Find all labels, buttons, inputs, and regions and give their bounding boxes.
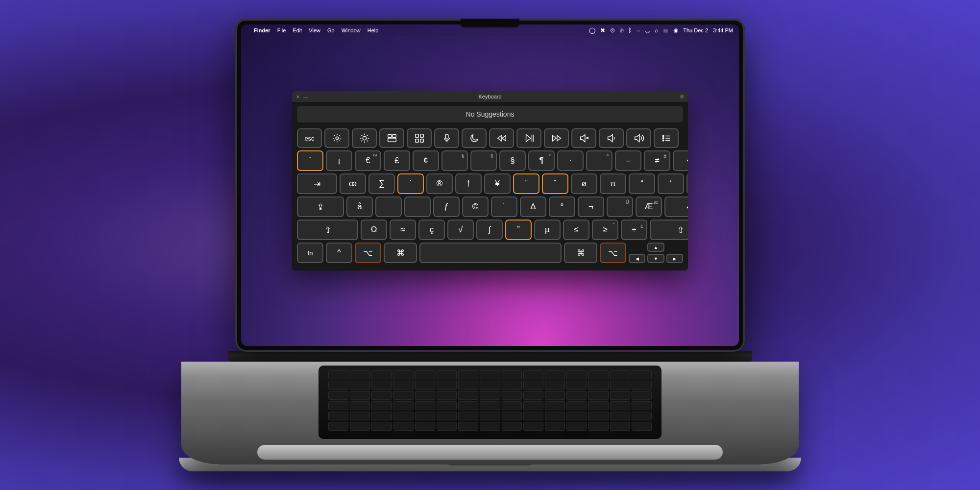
key-7[interactable]: §: [499, 150, 526, 171]
key-space[interactable]: [419, 243, 562, 263]
status-wifi-icon[interactable]: ◡: [645, 27, 650, 34]
key-l[interactable]: ¬: [578, 196, 604, 217]
key-d[interactable]: [404, 196, 431, 217]
key-q[interactable]: œ: [340, 173, 366, 194]
key-v[interactable]: √: [447, 220, 474, 240]
close-icon[interactable]: ✕: [296, 94, 300, 99]
status-siri-icon[interactable]: ◉: [673, 27, 678, 34]
key-u[interactable]: ¨: [513, 173, 539, 194]
key-dictation[interactable]: [434, 128, 459, 148]
key-volume-down[interactable]: [599, 128, 624, 148]
key-minus[interactable]: –: [615, 150, 641, 171]
window-titlebar[interactable]: ✕ — Keyboard: [292, 91, 688, 102]
status-search-icon[interactable]: ⌕: [655, 27, 658, 34]
key-esc[interactable]: esc: [297, 128, 322, 148]
key-z[interactable]: Ω: [361, 220, 387, 240]
key-mute[interactable]: [571, 128, 596, 148]
window-dot-icon[interactable]: [680, 95, 684, 98]
key-0[interactable]: ª: [586, 150, 612, 171]
key-tab[interactable]: ⇥: [297, 173, 337, 194]
key-w[interactable]: ∑: [368, 173, 395, 194]
key-a[interactable]: å: [346, 196, 373, 217]
key-volume-up[interactable]: [626, 128, 651, 148]
key-roption[interactable]: ⌥: [600, 243, 626, 263]
key-brightness-down[interactable]: [324, 128, 349, 148]
key-loption[interactable]: ⌥: [355, 243, 381, 263]
key-return[interactable]: ⤶: [664, 196, 688, 217]
key-mission-control[interactable]: [379, 128, 404, 148]
key-n[interactable]: ˜: [505, 220, 532, 240]
status-display-icon[interactable]: ⎚: [620, 27, 623, 34]
key-8[interactable]: ¶°: [528, 150, 555, 171]
key-fast-forward[interactable]: [544, 128, 569, 148]
menu-file[interactable]: File: [277, 27, 286, 33]
key-left[interactable]: ◀: [629, 254, 645, 263]
key-i[interactable]: ˆ: [542, 173, 568, 194]
status-record-icon[interactable]: ◯: [589, 27, 595, 34]
menu-view[interactable]: View: [309, 27, 320, 33]
key-b[interactable]: ∫: [476, 220, 503, 240]
key-rcommand[interactable]: ⌘: [564, 243, 597, 263]
minimize-icon[interactable]: —: [303, 94, 308, 99]
key-rbracket[interactable]: ‘: [658, 173, 684, 194]
key-h[interactable]: ˙: [491, 196, 517, 217]
status-bluetooth-icon[interactable]: ᛒ: [628, 27, 632, 34]
key-play-pause[interactable]: [516, 128, 541, 148]
menubar-date[interactable]: Thu Dec 2: [683, 27, 708, 33]
key-o[interactable]: ø: [571, 173, 597, 194]
key-quote[interactable]: Ææ: [636, 196, 662, 217]
key-control[interactable]: ^: [326, 243, 352, 263]
key-comma[interactable]: ≤: [563, 220, 589, 240]
key-4[interactable]: ¢: [413, 150, 439, 171]
status-clock-icon[interactable]: ⊙: [610, 27, 615, 34]
key-y[interactable]: ¥: [484, 173, 511, 194]
key-6[interactable]: ﬂ: [470, 150, 497, 171]
key-m[interactable]: µ: [534, 220, 561, 240]
menu-edit[interactable]: Edit: [293, 27, 302, 33]
status-battery-icon[interactable]: ⎓: [637, 27, 640, 34]
menubar-time[interactable]: 3:44 PM: [713, 27, 733, 33]
key-lshift[interactable]: ⇧: [297, 220, 358, 240]
key-lcommand[interactable]: ⌘: [384, 243, 417, 263]
key-lbracket[interactable]: “: [629, 173, 655, 194]
key-period[interactable]: ≥˘: [592, 220, 618, 240]
key-s[interactable]: [375, 196, 402, 217]
key-list[interactable]: [654, 128, 679, 148]
menu-app[interactable]: Finder: [254, 27, 270, 33]
menu-window[interactable]: Window: [342, 27, 361, 33]
key-brightness-up[interactable]: [352, 128, 377, 148]
key-g[interactable]: ©: [462, 196, 489, 217]
key-5[interactable]: ﬁ: [441, 150, 468, 171]
key-slash[interactable]: ÷¿: [621, 220, 647, 240]
key-do-not-disturb[interactable]: [462, 128, 487, 148]
status-control-center-icon[interactable]: ⚌: [663, 27, 668, 34]
key-equals[interactable]: ≠±: [644, 150, 670, 171]
key-down[interactable]: ▼: [647, 254, 664, 263]
key-backtick[interactable]: `: [297, 150, 323, 171]
key-caps[interactable]: ⇪: [297, 196, 344, 217]
key-2[interactable]: €™: [355, 150, 381, 171]
key-3[interactable]: £: [384, 150, 410, 171]
key-9[interactable]: ·: [557, 150, 584, 171]
key-right[interactable]: ▶: [666, 254, 683, 263]
key-t[interactable]: †: [455, 173, 482, 194]
key-k[interactable]: °: [549, 196, 575, 217]
menu-help[interactable]: Help: [368, 27, 379, 33]
key-f[interactable]: ƒ: [433, 196, 460, 217]
key-rshift[interactable]: ⇧: [650, 220, 688, 240]
key-r[interactable]: ®: [426, 173, 453, 194]
key-backslash[interactable]: «: [686, 173, 688, 194]
menu-go[interactable]: Go: [327, 27, 335, 33]
key-c[interactable]: ç: [418, 220, 445, 240]
status-app-icon[interactable]: ✖: [600, 27, 605, 34]
key-up[interactable]: ▲: [647, 243, 664, 252]
key-backspace[interactable]: ⌫: [673, 150, 688, 171]
key-x[interactable]: ≈: [390, 220, 416, 240]
key-launchpad[interactable]: [407, 128, 432, 148]
key-fn[interactable]: fn: [297, 243, 323, 263]
key-e[interactable]: ´: [397, 173, 424, 194]
key-1[interactable]: ¡: [326, 150, 352, 171]
key-j[interactable]: ∆: [520, 196, 546, 217]
key-semi[interactable]: Ú: [607, 196, 633, 217]
key-rewind[interactable]: [489, 128, 514, 148]
